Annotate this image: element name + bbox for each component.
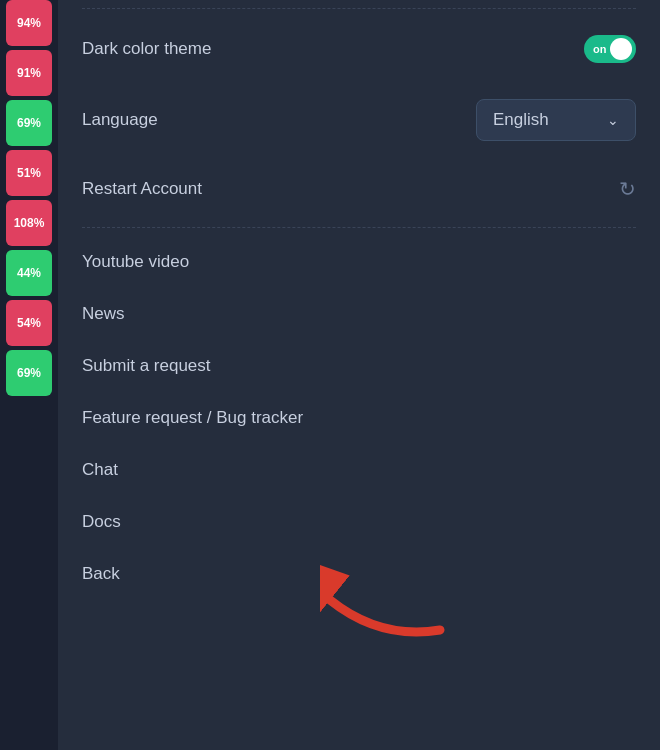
sidebar-badge-2[interactable]: 91% xyxy=(6,50,52,96)
language-value: English xyxy=(493,110,549,130)
menu-item-docs[interactable]: Docs xyxy=(58,496,660,548)
sidebar: 94% 91% 69% 51% 108% 44% 54% 69% xyxy=(0,0,58,750)
restart-account-row: Restart Account ↻ xyxy=(58,159,660,219)
main-content: Dark color theme on Language English ⌄ R… xyxy=(58,0,660,750)
sidebar-badge-6[interactable]: 44% xyxy=(6,250,52,296)
restart-icon[interactable]: ↻ xyxy=(619,177,636,201)
menu-item-news[interactable]: News xyxy=(58,288,660,340)
language-row: Language English ⌄ xyxy=(58,81,660,159)
divider-middle xyxy=(82,227,636,228)
language-label: Language xyxy=(82,110,158,130)
toggle-on-text: on xyxy=(593,43,606,55)
toggle-knob xyxy=(610,38,632,60)
dark-theme-label: Dark color theme xyxy=(82,39,211,59)
sidebar-badge-3[interactable]: 69% xyxy=(6,100,52,146)
menu-item-back[interactable]: Back xyxy=(58,548,660,600)
dark-theme-toggle-container: on xyxy=(584,35,636,63)
divider-top xyxy=(82,8,636,9)
dark-theme-toggle[interactable]: on xyxy=(584,35,636,63)
menu-item-youtube[interactable]: Youtube video xyxy=(58,236,660,288)
sidebar-badge-4[interactable]: 51% xyxy=(6,150,52,196)
dark-theme-row: Dark color theme on xyxy=(58,17,660,81)
menu-item-chat[interactable]: Chat xyxy=(58,444,660,496)
menu-item-feature-request[interactable]: Feature request / Bug tracker xyxy=(58,392,660,444)
sidebar-badge-1[interactable]: 94% xyxy=(6,0,52,46)
restart-account-label: Restart Account xyxy=(82,179,202,199)
sidebar-badge-8[interactable]: 69% xyxy=(6,350,52,396)
menu-item-submit-request[interactable]: Submit a request xyxy=(58,340,660,392)
language-dropdown[interactable]: English ⌄ xyxy=(476,99,636,141)
sidebar-badge-5[interactable]: 108% xyxy=(6,200,52,246)
sidebar-badge-7[interactable]: 54% xyxy=(6,300,52,346)
chevron-down-icon: ⌄ xyxy=(607,112,619,128)
